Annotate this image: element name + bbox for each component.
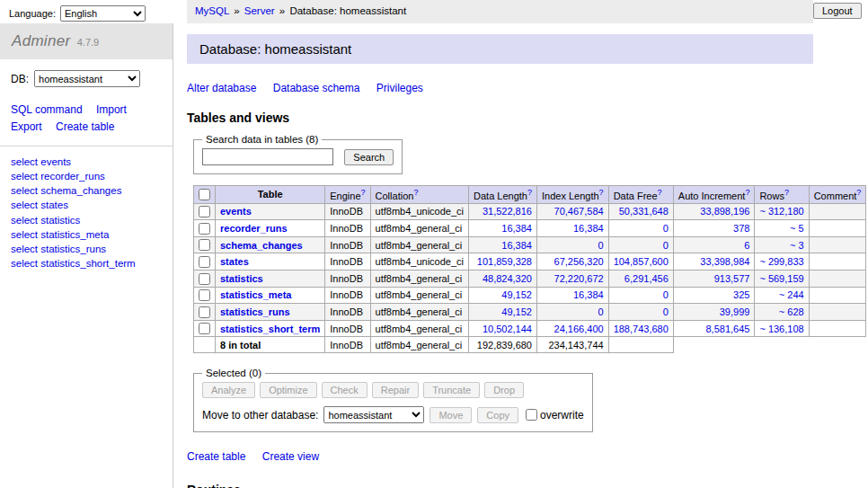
help-question-link[interactable]: ? [527, 188, 532, 197]
db-select[interactable]: homeassistant [34, 70, 140, 87]
move-database-select[interactable]: homeassistant [323, 406, 424, 423]
index-length-link[interactable]: 67,256,320 [554, 256, 604, 267]
data-free-link[interactable]: 0 [663, 223, 669, 234]
rows-link[interactable]: ~ 628 [779, 306, 804, 317]
database-schema-link[interactable]: Database schema [273, 82, 360, 94]
row-checkbox[interactable] [199, 273, 210, 285]
table-name-link[interactable]: events [220, 206, 252, 217]
comment-cell [809, 220, 866, 237]
data-length-link[interactable]: 10,502,144 [483, 324, 532, 334]
auto-increment-link[interactable]: 39,999 [720, 306, 750, 317]
table-name-link[interactable]: states [220, 256, 249, 267]
overwrite-checkbox[interactable] [526, 409, 537, 421]
auto-increment-link[interactable]: 33,398,984 [700, 256, 749, 267]
rows-cell: ~ 136,108 [755, 320, 809, 337]
help-question-link[interactable]: ? [784, 188, 789, 197]
row-checkbox[interactable] [199, 256, 210, 268]
index-length-link[interactable]: 24,166,400 [554, 324, 604, 334]
alter-database-link[interactable]: Alter database [187, 82, 256, 94]
logout-button[interactable]: Logout [813, 3, 862, 19]
breadcrumb-server-link[interactable]: Server [244, 5, 275, 16]
data-length-link[interactable]: 48,824,320 [483, 273, 532, 284]
index-length-link[interactable]: 0 [598, 306, 604, 317]
table-name-link[interactable]: schema_changes [220, 240, 303, 251]
sidebar-select-link[interactable]: select statistics_meta [11, 227, 162, 242]
rows-link[interactable]: ~ 5 [790, 223, 804, 234]
data-free-link[interactable]: 50,331,648 [619, 206, 669, 217]
data-length-link[interactable]: 16,384 [501, 240, 532, 251]
data-free-link[interactable]: 6,291,456 [624, 273, 669, 284]
row-checkbox[interactable] [199, 289, 210, 301]
sql-command-link[interactable]: SQL command [11, 103, 83, 116]
sidebar-select-link[interactable]: select statistics_short_term [11, 256, 162, 271]
help-question-link[interactable]: ? [745, 188, 749, 197]
table-name-link[interactable]: statistics_short_term [220, 324, 320, 334]
help-question-link[interactable]: ? [413, 188, 418, 197]
row-checkbox[interactable] [199, 239, 210, 251]
search-button[interactable]: Search [344, 149, 394, 165]
rows-link[interactable]: ~ 312,180 [759, 206, 803, 217]
table-name-cell: states [216, 253, 325, 271]
data-length-link[interactable]: 101,859,328 [477, 256, 532, 267]
data-length-link[interactable]: 49,152 [501, 289, 532, 300]
row-checkbox[interactable] [199, 306, 210, 318]
rows-link[interactable]: ~ 569,159 [759, 273, 803, 284]
comment-cell [809, 271, 866, 288]
auto-increment-link[interactable]: 33,898,196 [700, 206, 749, 217]
rows-link[interactable]: ~ 244 [779, 289, 804, 300]
table-name-link[interactable]: recorder_runs [220, 223, 288, 234]
index-length-link[interactable]: 72,220,672 [554, 273, 604, 284]
total-label-cell: 8 in total [216, 337, 325, 353]
index-length-link[interactable]: 16,384 [573, 289, 604, 300]
auto-increment-link[interactable]: 378 [733, 223, 749, 234]
index-length-link[interactable]: 70,467,584 [554, 206, 604, 217]
data-length-cell: 16,384 [469, 220, 537, 237]
sidebar-select-link[interactable]: select schema_changes [11, 183, 162, 198]
rows-link[interactable]: ~ 136,108 [759, 324, 803, 334]
help-question-link[interactable]: ? [856, 188, 861, 197]
table-row: statisticsInnoDButf8mb4_general_ci48,824… [194, 271, 866, 288]
brand-name[interactable]: Adminer [12, 32, 70, 49]
table-name-link[interactable]: statistics [220, 273, 263, 284]
export-link[interactable]: Export [11, 120, 42, 133]
data-length-link[interactable]: 16,384 [501, 223, 532, 234]
search-input[interactable] [202, 148, 333, 165]
data-free-link[interactable]: 0 [663, 240, 669, 251]
table-name-link[interactable]: statistics_runs [220, 306, 290, 317]
privileges-link[interactable]: Privileges [376, 82, 423, 94]
sidebar-select-link[interactable]: select statistics [11, 213, 162, 227]
sidebar-select-link[interactable]: select states [11, 198, 162, 212]
rows-link[interactable]: ~ 299,833 [759, 256, 803, 267]
auto-increment-link[interactable]: 8,581,645 [705, 324, 749, 334]
data-length-link[interactable]: 31,522,816 [483, 206, 532, 217]
sidebar-select-link[interactable]: select events [11, 155, 162, 169]
rows-link[interactable]: ~ 3 [790, 240, 804, 251]
data-free-link[interactable]: 0 [663, 289, 669, 300]
check-all-checkbox[interactable] [199, 189, 210, 200]
data-free-link[interactable]: 104,857,600 [614, 256, 669, 267]
sidebar-select-link[interactable]: select statistics_runs [11, 242, 162, 256]
data-free-link[interactable]: 188,743,680 [614, 324, 669, 334]
auto-increment-link[interactable]: 325 [733, 289, 749, 300]
breadcrumb-mysql-link[interactable]: MySQL [195, 5, 229, 16]
import-link[interactable]: Import [96, 103, 127, 116]
help-question-link[interactable]: ? [658, 188, 662, 197]
row-checkbox[interactable] [199, 223, 210, 235]
data-free-cell: 0 [608, 236, 673, 253]
row-checkbox[interactable] [199, 206, 210, 217]
create-table-link-sidebar[interactable]: Create table [56, 120, 114, 133]
sidebar-select-link[interactable]: select recorder_runs [11, 169, 162, 183]
create-view-link[interactable]: Create view [262, 450, 319, 463]
row-checkbox[interactable] [199, 323, 210, 334]
auto-increment-link[interactable]: 6 [744, 240, 749, 251]
create-table-link[interactable]: Create table [187, 450, 245, 463]
language-select[interactable]: English [60, 5, 146, 22]
data-length-link[interactable]: 49,152 [501, 306, 532, 317]
help-question-link[interactable]: ? [599, 188, 604, 197]
data-free-link[interactable]: 0 [663, 306, 669, 317]
index-length-link[interactable]: 16,384 [573, 223, 604, 234]
auto-increment-link[interactable]: 913,577 [714, 273, 750, 284]
help-question-link[interactable]: ? [361, 188, 366, 197]
index-length-link[interactable]: 0 [598, 240, 604, 251]
table-name-link[interactable]: statistics_meta [220, 289, 292, 300]
